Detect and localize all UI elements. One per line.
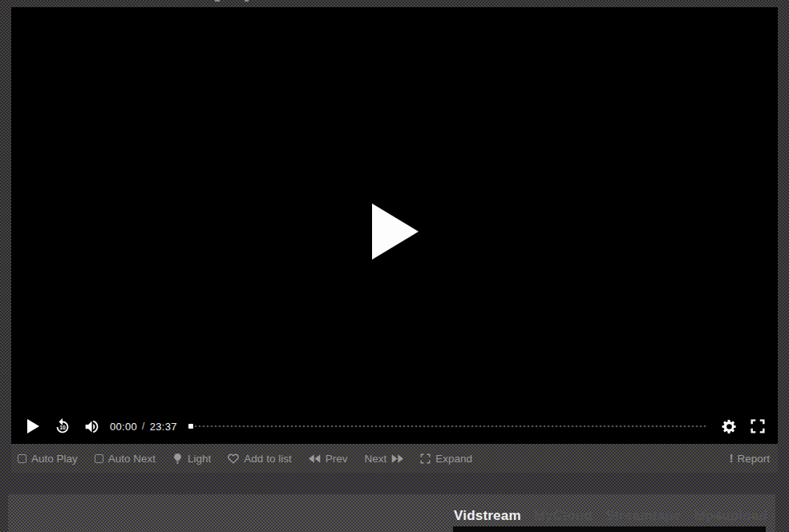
svg-text:10: 10 [59,425,66,430]
lightbulb-icon [172,453,183,465]
volume-button[interactable] [83,418,100,435]
big-play-icon[interactable] [372,204,419,260]
fullscreen-button[interactable] [749,417,767,435]
clipped-text-fragment [245,0,249,2]
video-player[interactable]: 10 00:00 / 23:37 [11,7,778,444]
next-episode-button[interactable]: Next [364,453,403,465]
auto-next-label: Auto Next [108,453,156,465]
seek-handle[interactable] [188,424,193,429]
checkbox-icon[interactable] [18,454,26,463]
add-to-list-button[interactable]: Add to list [228,453,291,465]
server-tabs-underline [453,526,766,532]
settings-gear-icon [721,418,738,435]
player-toolbar: Auto Play Auto Next Light Add to list Pr… [11,444,778,473]
server-tab-mycloud[interactable]: MyCloud [534,508,593,524]
auto-next-toggle[interactable]: Auto Next [95,453,156,465]
server-tab-list: Vidstream MyCloud Streamtape Mp4upload [454,508,767,524]
play-icon [26,418,40,434]
next-icon [391,454,403,463]
expand-button[interactable]: Expand [420,453,472,465]
heart-icon [228,453,239,464]
report-button[interactable]: ! Report [730,452,770,465]
checkbox-icon[interactable] [95,454,103,463]
light-label: Light [188,453,211,465]
prev-icon [309,454,321,463]
prev-label: Prev [326,453,348,465]
volume-icon [83,418,100,435]
time-display: 00:00 / 23:37 [110,421,177,433]
light-toggle[interactable]: Light [172,453,211,465]
seek-bar[interactable] [188,423,708,429]
rewind-10-button[interactable]: 10 [54,417,71,435]
expand-icon [420,453,431,464]
report-exclamation-icon: ! [730,452,734,465]
fullscreen-icon [749,417,767,435]
report-label: Report [737,453,770,465]
time-separator: / [142,421,145,432]
auto-play-toggle[interactable]: Auto Play [18,453,78,465]
current-time: 00:00 [110,421,137,433]
replay-10-icon: 10 [54,417,71,435]
seek-rail [195,425,708,427]
auto-play-label: Auto Play [31,453,78,465]
server-tab-vidstream[interactable]: Vidstream [454,508,521,524]
expand-label: Expand [435,453,472,465]
duration: 23:37 [150,421,177,433]
prev-episode-button[interactable]: Prev [309,453,348,465]
settings-button[interactable] [721,418,738,435]
add-to-list-label: Add to list [244,453,291,465]
server-tab-mp4upload[interactable]: Mp4upload [694,508,767,524]
server-tab-streamtape[interactable]: Streamtape [605,508,682,524]
servers-panel: Vidstream MyCloud Streamtape Mp4upload [8,494,775,532]
play-button[interactable] [26,418,40,434]
clipped-text-fragment [215,0,220,2]
player-control-bar: 10 00:00 / 23:37 [11,409,778,444]
next-label: Next [364,453,386,465]
